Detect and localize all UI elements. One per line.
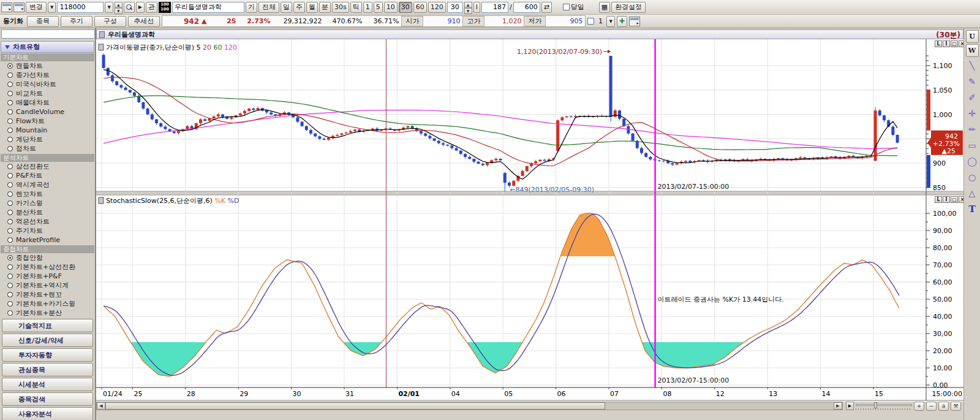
- window-dock-icon[interactable]: ▾: [13, 2, 24, 12]
- sidebar-menu-관심종목[interactable]: 관심종목: [2, 363, 93, 376]
- chart-type-option[interactable]: 중첩안함: [0, 253, 95, 262]
- slider-knob[interactable]: [874, 402, 877, 408]
- dangil-checkbox[interactable]: [563, 4, 570, 10]
- interval-stepper[interactable]: ▲▼: [464, 2, 472, 13]
- minute-button-5[interactable]: 5: [374, 2, 383, 13]
- quote-button-구성[interactable]: 구성: [94, 16, 126, 27]
- minute-button-60[interactable]: 60: [413, 2, 427, 13]
- pen-tool-icon[interactable]: ✐: [965, 90, 979, 105]
- scrollbar-thumb[interactable]: [105, 402, 605, 410]
- expand-right-icon[interactable]: ▶: [846, 402, 854, 410]
- panel-button-L[interactable]: L: [935, 40, 942, 47]
- chart-type-option[interactable]: 카기스윙: [0, 199, 95, 208]
- chart-type-option[interactable]: 기본차트+역시계: [0, 281, 95, 290]
- chart-type-option[interactable]: 기본차트+렌꼬: [0, 290, 95, 299]
- stock-name-input[interactable]: [172, 2, 244, 13]
- move-cross-tool-icon[interactable]: ✛: [965, 106, 979, 121]
- minute-button-1[interactable]: 1: [363, 2, 372, 13]
- play-button[interactable]: ▶: [136, 2, 145, 13]
- chart-type-option[interactable]: 점차트: [0, 144, 95, 153]
- chart-type-option[interactable]: Flow차트: [0, 116, 95, 126]
- period-button-30s[interactable]: 30s: [332, 2, 349, 13]
- chart-type-option[interactable]: MarketProfile: [0, 235, 95, 245]
- zoom-out-button[interactable]: −: [926, 402, 937, 411]
- horizontal-scrollbar[interactable]: ◀ ▶: [96, 402, 843, 410]
- chart-type-option[interactable]: 분산차트: [0, 208, 95, 217]
- bar-width-slider[interactable]: [856, 402, 912, 410]
- count-dropdown-icon[interactable]: ▼: [606, 16, 614, 27]
- chart-type-panel-header[interactable]: 차트유형: [1, 41, 94, 53]
- period-button-일[interactable]: 일: [281, 2, 292, 13]
- sidebar-menu-신호/강세/약세[interactable]: 신호/강세/약세: [2, 334, 93, 347]
- chart-type-option[interactable]: 캔들차트: [0, 61, 95, 71]
- chart-type-option[interactable]: CandleVolume: [0, 107, 95, 116]
- window-layout-icon[interactable]: ▸: [1, 2, 12, 12]
- scroll-left-icon[interactable]: ◀: [97, 402, 105, 410]
- rectangle-tool-icon[interactable]: ▭: [965, 138, 979, 153]
- chart-type-option[interactable]: 기본차트+분산: [0, 308, 95, 318]
- quote-button-추세선[interactable]: 추세선: [128, 16, 160, 27]
- bars-visible-input[interactable]: [481, 2, 508, 13]
- panel-button-I[interactable]: I: [943, 40, 950, 47]
- search-button[interactable]: [124, 2, 135, 13]
- all-button[interactable]: 전체: [258, 2, 279, 13]
- zoom-auto-button[interactable]: a: [938, 402, 949, 411]
- scrollbar-track[interactable]: [605, 402, 834, 410]
- code-stepper[interactable]: ▲▼: [115, 2, 123, 13]
- zoom-in-button[interactable]: +: [914, 402, 924, 411]
- save-icon[interactable]: ▦: [599, 2, 610, 13]
- quote-button-주기[interactable]: 주기: [61, 16, 92, 27]
- scale-100-icon[interactable]: 100100: [159, 2, 171, 13]
- panel-button-□[interactable]: □: [951, 196, 958, 203]
- sidebar-menu-사용자분석[interactable]: 사용자분석: [2, 407, 93, 420]
- pencil-tool-icon[interactable]: ✎: [965, 74, 979, 89]
- triangle-tool-icon[interactable]: △: [965, 186, 979, 200]
- chart-type-option[interactable]: 매물대차트: [0, 98, 95, 107]
- compress-axis-icon[interactable]: ⇄: [541, 2, 552, 13]
- sidebar-menu-시세분석[interactable]: 시세분석: [2, 378, 93, 391]
- gi-button[interactable]: 기: [246, 2, 257, 13]
- count-checkbox[interactable]: [587, 18, 594, 25]
- change-button[interactable]: 변경: [26, 2, 47, 13]
- scroll-right-icon[interactable]: ▶: [834, 402, 842, 410]
- bar-i-button[interactable]: I: [473, 2, 480, 13]
- gwan-button[interactable]: 관: [146, 2, 157, 13]
- period-button-주[interactable]: 주: [293, 2, 305, 13]
- interval-input[interactable]: [447, 2, 463, 13]
- price-and-stochastic-chart[interactable]: 1,120(2013/02/07-09:30)←849(2013/02/05-0…: [96, 39, 963, 402]
- quote-button-종목[interactable]: 종목: [27, 16, 59, 27]
- circle-tool-icon[interactable]: ○: [965, 170, 979, 185]
- chart-type-option[interactable]: 꺽은선차트: [0, 217, 95, 226]
- chart-type-option[interactable]: 역시계곡선: [0, 180, 95, 189]
- chart-type-option[interactable]: 계단차트: [0, 135, 95, 144]
- chart-type-option[interactable]: 기본차트+P&F: [0, 272, 95, 281]
- line-tool-icon[interactable]: ╲: [965, 58, 979, 73]
- minute-button-30[interactable]: 30: [399, 2, 412, 13]
- period-button-틱[interactable]: 틱: [350, 2, 362, 13]
- settings-button[interactable]: 환경설정: [611, 2, 646, 13]
- sidebar-menu-기술적지표[interactable]: 기술적지표: [2, 319, 93, 332]
- sidebar-menu-종목검색[interactable]: 종목검색: [2, 392, 93, 406]
- marker-tool-icon[interactable]: ✏: [965, 122, 979, 137]
- chart-type-option[interactable]: 비교차트: [0, 89, 95, 98]
- chart-type-option[interactable]: 미국식바차트: [0, 80, 95, 89]
- period-button-분[interactable]: 분: [319, 2, 331, 13]
- code-dropdown-icon[interactable]: ▼: [105, 2, 113, 13]
- panel-button-I[interactable]: I: [943, 196, 950, 203]
- chart-type-option[interactable]: 삼선전환도: [0, 162, 95, 171]
- chart-settings-wrench-button[interactable]: ⚒: [951, 402, 961, 411]
- window-switch-icon[interactable]: ▸: [629, 17, 640, 26]
- tool-button-U[interactable]: U: [966, 30, 979, 43]
- panel-button-□[interactable]: □: [951, 40, 958, 47]
- chart-type-option[interactable]: 렌꼬차트: [0, 189, 95, 199]
- chart-type-option[interactable]: 기본차트+카기스윙: [0, 299, 95, 308]
- ellipse-tool-icon[interactable]: ◯: [965, 154, 979, 169]
- panel-button-L[interactable]: L: [935, 196, 942, 203]
- tool-button-W[interactable]: W: [966, 44, 979, 57]
- chart-type-option[interactable]: 종가선차트: [0, 71, 95, 80]
- change-dropdown-icon[interactable]: ▼: [48, 2, 56, 13]
- minute-button-10[interactable]: 10: [384, 2, 398, 13]
- sidebar-search-input[interactable]: [1, 29, 95, 39]
- sidebar-menu-투자자동향[interactable]: 투자자동향: [2, 348, 93, 362]
- chart-type-option[interactable]: P&F차트: [0, 171, 95, 180]
